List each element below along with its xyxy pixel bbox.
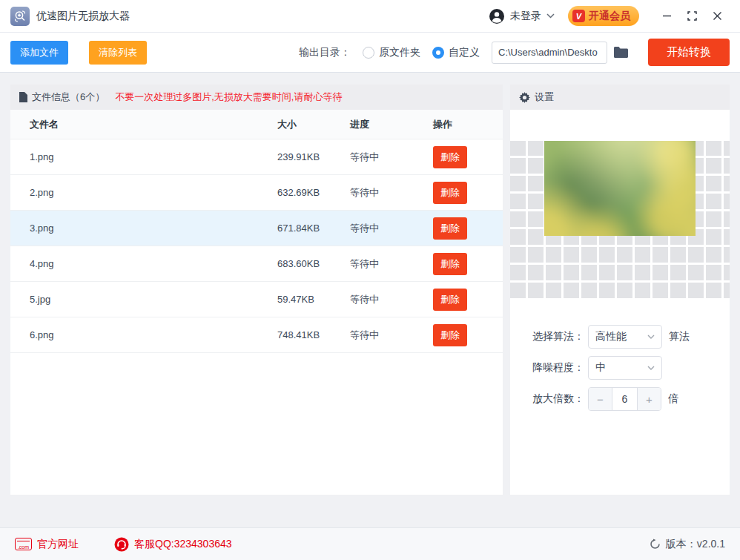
- open-vip-label: 开通会员: [589, 10, 630, 23]
- algorithm-suffix: 算法: [669, 330, 690, 343]
- folder-icon: [613, 46, 629, 59]
- file-name: 2.png: [10, 187, 277, 198]
- version-label: 版本：v2.0.1: [666, 538, 725, 551]
- titlebar: 优速图片无损放大器 未登录 V 开通会员: [0, 0, 740, 33]
- maximize-button[interactable]: [679, 4, 704, 29]
- radio-checked-icon: [432, 47, 444, 59]
- table-row[interactable]: 4.png 683.60KB 等待中 删除: [10, 246, 503, 282]
- file-size: 59.47KB: [277, 294, 350, 305]
- denoise-label: 降噪程度：: [532, 361, 588, 375]
- customer-service-qq-label: 客服QQ:3234303643: [134, 538, 232, 551]
- file-status: 等待中: [350, 257, 433, 271]
- table-row[interactable]: 2.png 632.69KB 等待中 删除: [10, 175, 503, 211]
- document-icon: [19, 92, 27, 102]
- file-status: 等待中: [350, 222, 433, 235]
- scale-label: 放大倍数：: [532, 392, 588, 406]
- delete-button[interactable]: 删除: [433, 324, 467, 346]
- delete-button[interactable]: 删除: [433, 217, 467, 240]
- scale-value-input[interactable]: [612, 388, 637, 410]
- settings-panel-title: 设置: [535, 90, 554, 104]
- app-title: 优速图片无损放大器: [36, 10, 130, 23]
- user-account-menu[interactable]: 未登录: [489, 8, 555, 24]
- settings-panel-header: 设置: [510, 85, 730, 110]
- col-filename: 文件名: [10, 118, 277, 131]
- file-size: 671.84KB: [277, 223, 350, 234]
- scale-increase-button[interactable]: +: [637, 388, 661, 410]
- customer-service-headset-icon: [114, 537, 129, 552]
- file-panel-title: 文件信息（6个）: [32, 90, 105, 104]
- file-name: 4.png: [10, 258, 277, 269]
- file-size: 748.41KB: [277, 329, 350, 340]
- col-size: 大小: [277, 118, 350, 131]
- settings-form: 选择算法： 高性能 算法 降噪程度： 中: [510, 298, 730, 411]
- chevron-down-icon: [647, 335, 655, 339]
- open-vip-button[interactable]: V 开通会员: [568, 6, 639, 26]
- file-status: 等待中: [350, 186, 433, 200]
- close-button[interactable]: [704, 4, 730, 29]
- algorithm-select[interactable]: 高性能: [588, 325, 662, 349]
- file-panel-header: 文件信息（6个） 不要一次处理过多图片,无损放大需要时间,请耐心等待: [10, 85, 503, 110]
- radio-custom-folder[interactable]: 自定义: [432, 46, 480, 59]
- table-row-selected[interactable]: 3.png 671.84KB 等待中 删除: [10, 211, 503, 246]
- denoise-select[interactable]: 中: [588, 356, 662, 380]
- refresh-version-icon: [650, 538, 661, 550]
- table-header-row: 文件名 大小 进度 操作: [10, 110, 503, 139]
- gear-icon: [519, 92, 530, 103]
- file-size: 239.91KB: [277, 151, 350, 162]
- clear-list-button[interactable]: 清除列表: [89, 41, 147, 65]
- chevron-down-icon: [647, 366, 655, 370]
- toolbar: 添加文件 清除列表 输出目录： 原文件夹 自定义 开始转换: [0, 33, 740, 73]
- output-dir-label: 输出目录：: [299, 46, 351, 59]
- file-list-panel: 文件信息（6个） 不要一次处理过多图片,无损放大需要时间,请耐心等待 文件名 大…: [10, 85, 503, 495]
- col-progress: 进度: [350, 118, 433, 131]
- user-avatar-icon: [489, 8, 505, 24]
- scale-decrease-button[interactable]: −: [589, 388, 612, 410]
- app-logo-magnifier-icon: [10, 7, 30, 26]
- output-path-input[interactable]: [492, 42, 607, 64]
- scale-suffix: 倍: [668, 392, 678, 406]
- file-name: 5.jpg: [10, 294, 277, 305]
- settings-panel: 设置 选择算法： 高性能 算法 降噪程度： 中: [510, 85, 730, 495]
- file-status: 等待中: [350, 293, 433, 306]
- file-status: 等待中: [350, 151, 433, 164]
- delete-button[interactable]: 删除: [433, 146, 467, 168]
- radio-original-folder[interactable]: 原文件夹: [363, 46, 420, 59]
- login-status-label: 未登录: [510, 10, 541, 23]
- delete-button[interactable]: 删除: [433, 289, 467, 311]
- delete-button[interactable]: 删除: [433, 182, 467, 204]
- footer-bar: .com 官方网址 客服QQ:3234303643 版本：v2.0.1: [0, 527, 740, 560]
- file-size: 632.69KB: [277, 187, 350, 198]
- rapeseed-flowers-photo: [544, 141, 696, 236]
- table-row[interactable]: 5.jpg 59.47KB 等待中 删除: [10, 282, 503, 317]
- algorithm-label: 选择算法：: [532, 330, 588, 343]
- chevron-down-icon: [546, 13, 555, 19]
- table-row[interactable]: 1.png 239.91KB 等待中 删除: [10, 139, 503, 175]
- image-preview: [544, 141, 696, 236]
- file-name: 6.png: [10, 329, 277, 340]
- main-content: 文件信息（6个） 不要一次处理过多图片,无损放大需要时间,请耐心等待 文件名 大…: [0, 73, 740, 517]
- file-name: 3.png: [10, 223, 277, 234]
- vip-badge-icon: V: [572, 10, 585, 22]
- file-status: 等待中: [350, 329, 433, 342]
- start-convert-button[interactable]: 开始转换: [648, 39, 730, 66]
- minimize-button[interactable]: [654, 4, 679, 29]
- scale-stepper: − +: [588, 387, 661, 411]
- radio-unchecked-icon: [363, 47, 374, 59]
- file-size: 683.60KB: [277, 258, 350, 269]
- delete-button[interactable]: 删除: [433, 253, 467, 275]
- transparency-checker-background: [510, 141, 730, 298]
- col-action: 操作: [433, 118, 503, 131]
- website-com-icon: .com: [15, 538, 32, 550]
- file-name: 1.png: [10, 151, 277, 162]
- official-website-link[interactable]: .com 官方网址: [15, 538, 79, 551]
- browse-folder-button[interactable]: [613, 46, 629, 59]
- official-website-label: 官方网址: [37, 538, 79, 551]
- add-files-button[interactable]: 添加文件: [10, 41, 68, 65]
- customer-service-qq-link[interactable]: 客服QQ:3234303643: [114, 537, 232, 552]
- warning-message: 不要一次处理过多图片,无损放大需要时间,请耐心等待: [115, 90, 342, 104]
- table-row[interactable]: 6.png 748.41KB 等待中 删除: [10, 317, 503, 353]
